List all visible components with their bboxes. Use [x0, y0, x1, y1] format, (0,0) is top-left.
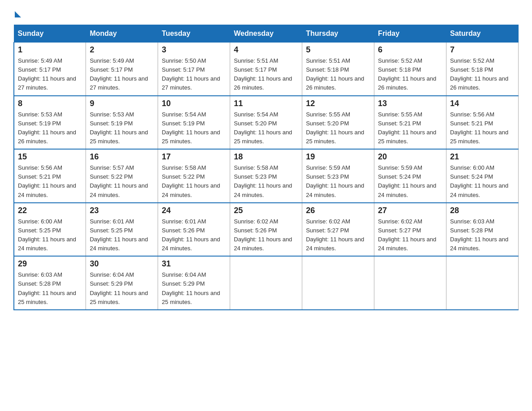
day-info: Sunrise: 6:04 AMSunset: 5:29 PMDaylight:… [162, 270, 226, 307]
weekday-header-saturday: Saturday [446, 25, 519, 43]
day-number: 16 [90, 152, 154, 162]
day-info: Sunrise: 5:56 AMSunset: 5:21 PMDaylight:… [450, 110, 515, 146]
day-number: 9 [90, 99, 154, 108]
day-number: 30 [90, 259, 154, 269]
calendar-week-1: 1Sunrise: 5:49 AMSunset: 5:17 PMDaylight… [14, 43, 519, 96]
day-number: 23 [90, 206, 154, 215]
day-number: 18 [234, 152, 298, 162]
day-info: Sunrise: 5:51 AMSunset: 5:18 PMDaylight:… [306, 56, 370, 93]
day-number: 31 [162, 259, 226, 269]
day-number: 8 [18, 99, 82, 108]
day-info: Sunrise: 5:54 AMSunset: 5:20 PMDaylight:… [234, 110, 298, 146]
day-number: 11 [234, 99, 298, 108]
calendar-cell [374, 256, 446, 310]
calendar-cell: 5Sunrise: 5:51 AMSunset: 5:18 PMDaylight… [302, 43, 374, 96]
calendar-cell [230, 256, 302, 310]
day-number: 22 [18, 206, 82, 215]
calendar-week-3: 15Sunrise: 5:56 AMSunset: 5:21 PMDayligh… [14, 149, 519, 203]
day-number: 19 [306, 152, 370, 162]
day-number: 13 [378, 99, 442, 108]
calendar-cell: 12Sunrise: 5:55 AMSunset: 5:20 PMDayligh… [302, 96, 374, 150]
day-info: Sunrise: 5:49 AMSunset: 5:17 PMDaylight:… [90, 56, 154, 93]
calendar-cell: 21Sunrise: 6:00 AMSunset: 5:24 PMDayligh… [446, 149, 519, 203]
day-info: Sunrise: 5:52 AMSunset: 5:18 PMDaylight:… [378, 56, 442, 93]
logo-arrow-icon [15, 11, 21, 17]
day-info: Sunrise: 5:55 AMSunset: 5:21 PMDaylight:… [378, 110, 442, 146]
weekday-header-thursday: Thursday [302, 25, 374, 43]
day-info: Sunrise: 6:04 AMSunset: 5:29 PMDaylight:… [90, 270, 154, 307]
calendar-cell: 20Sunrise: 5:59 AMSunset: 5:24 PMDayligh… [374, 149, 446, 203]
day-info: Sunrise: 6:02 AMSunset: 5:27 PMDaylight:… [378, 217, 442, 253]
calendar-cell: 8Sunrise: 5:53 AMSunset: 5:19 PMDaylight… [14, 96, 86, 150]
weekday-header-friday: Friday [374, 25, 446, 43]
calendar-cell: 3Sunrise: 5:50 AMSunset: 5:17 PMDaylight… [158, 43, 230, 96]
calendar-cell: 11Sunrise: 5:54 AMSunset: 5:20 PMDayligh… [230, 96, 302, 150]
calendar-cell: 18Sunrise: 5:58 AMSunset: 5:23 PMDayligh… [230, 149, 302, 203]
day-info: Sunrise: 6:01 AMSunset: 5:26 PMDaylight:… [162, 217, 226, 253]
calendar-cell: 17Sunrise: 5:58 AMSunset: 5:22 PMDayligh… [158, 149, 230, 203]
day-info: Sunrise: 6:03 AMSunset: 5:28 PMDaylight:… [18, 270, 82, 307]
calendar-cell: 30Sunrise: 6:04 AMSunset: 5:29 PMDayligh… [86, 256, 158, 310]
day-number: 4 [234, 45, 298, 55]
day-info: Sunrise: 5:51 AMSunset: 5:17 PMDaylight:… [234, 56, 298, 93]
day-number: 21 [450, 152, 515, 162]
day-number: 7 [450, 45, 515, 55]
day-info: Sunrise: 6:00 AMSunset: 5:24 PMDaylight:… [450, 163, 515, 200]
calendar-cell: 7Sunrise: 5:52 AMSunset: 5:18 PMDaylight… [446, 43, 519, 96]
day-number: 14 [450, 99, 515, 108]
calendar-cell: 29Sunrise: 6:03 AMSunset: 5:28 PMDayligh… [14, 256, 86, 310]
weekday-header-wednesday: Wednesday [230, 25, 302, 43]
day-info: Sunrise: 5:58 AMSunset: 5:22 PMDaylight:… [162, 163, 226, 200]
day-number: 25 [234, 206, 298, 215]
calendar-cell: 9Sunrise: 5:53 AMSunset: 5:19 PMDaylight… [86, 96, 158, 150]
weekday-header-monday: Monday [86, 25, 158, 43]
day-number: 1 [18, 45, 82, 55]
day-info: Sunrise: 5:57 AMSunset: 5:22 PMDaylight:… [90, 163, 154, 200]
calendar-cell: 25Sunrise: 6:02 AMSunset: 5:26 PMDayligh… [230, 203, 302, 257]
page-header [13, 9, 519, 16]
day-number: 5 [306, 45, 370, 55]
day-number: 26 [306, 206, 370, 215]
day-info: Sunrise: 5:58 AMSunset: 5:23 PMDaylight:… [234, 163, 298, 200]
day-number: 15 [18, 152, 82, 162]
day-info: Sunrise: 5:53 AMSunset: 5:19 PMDaylight:… [90, 110, 154, 146]
day-number: 24 [162, 206, 226, 215]
calendar-cell: 31Sunrise: 6:04 AMSunset: 5:29 PMDayligh… [158, 256, 230, 310]
day-info: Sunrise: 5:52 AMSunset: 5:18 PMDaylight:… [450, 56, 515, 93]
calendar-table: SundayMondayTuesdayWednesdayThursdayFrid… [13, 25, 519, 310]
calendar-cell [302, 256, 374, 310]
calendar-cell: 22Sunrise: 6:00 AMSunset: 5:25 PMDayligh… [14, 203, 86, 257]
day-number: 20 [378, 152, 442, 162]
day-info: Sunrise: 6:02 AMSunset: 5:26 PMDaylight:… [234, 217, 298, 253]
day-number: 29 [18, 259, 82, 269]
day-info: Sunrise: 6:01 AMSunset: 5:25 PMDaylight:… [90, 217, 154, 253]
day-number: 27 [378, 206, 442, 215]
calendar-cell: 16Sunrise: 5:57 AMSunset: 5:22 PMDayligh… [86, 149, 158, 203]
calendar-cell [446, 256, 519, 310]
calendar-cell: 14Sunrise: 5:56 AMSunset: 5:21 PMDayligh… [446, 96, 519, 150]
calendar-cell: 23Sunrise: 6:01 AMSunset: 5:25 PMDayligh… [86, 203, 158, 257]
day-number: 12 [306, 99, 370, 108]
calendar-week-2: 8Sunrise: 5:53 AMSunset: 5:19 PMDaylight… [14, 96, 519, 150]
day-info: Sunrise: 5:54 AMSunset: 5:19 PMDaylight:… [162, 110, 226, 146]
calendar-week-5: 29Sunrise: 6:03 AMSunset: 5:28 PMDayligh… [14, 256, 519, 310]
day-info: Sunrise: 5:56 AMSunset: 5:21 PMDaylight:… [18, 163, 82, 200]
day-number: 6 [378, 45, 442, 55]
day-number: 2 [90, 45, 154, 55]
day-number: 10 [162, 99, 226, 108]
weekday-header-tuesday: Tuesday [158, 25, 230, 43]
day-info: Sunrise: 5:59 AMSunset: 5:23 PMDaylight:… [306, 163, 370, 200]
calendar-cell: 2Sunrise: 5:49 AMSunset: 5:17 PMDaylight… [86, 43, 158, 96]
day-info: Sunrise: 5:50 AMSunset: 5:17 PMDaylight:… [162, 56, 226, 93]
calendar-cell: 10Sunrise: 5:54 AMSunset: 5:19 PMDayligh… [158, 96, 230, 150]
day-info: Sunrise: 6:02 AMSunset: 5:27 PMDaylight:… [306, 217, 370, 253]
calendar-cell: 28Sunrise: 6:03 AMSunset: 5:28 PMDayligh… [446, 203, 519, 257]
day-number: 17 [162, 152, 226, 162]
calendar-cell: 1Sunrise: 5:49 AMSunset: 5:17 PMDaylight… [14, 43, 86, 96]
calendar-header-row: SundayMondayTuesdayWednesdayThursdayFrid… [14, 25, 519, 43]
day-number: 3 [162, 45, 226, 55]
calendar-cell: 27Sunrise: 6:02 AMSunset: 5:27 PMDayligh… [374, 203, 446, 257]
calendar-cell: 4Sunrise: 5:51 AMSunset: 5:17 PMDaylight… [230, 43, 302, 96]
day-number: 28 [450, 206, 515, 215]
day-info: Sunrise: 5:59 AMSunset: 5:24 PMDaylight:… [378, 163, 442, 200]
